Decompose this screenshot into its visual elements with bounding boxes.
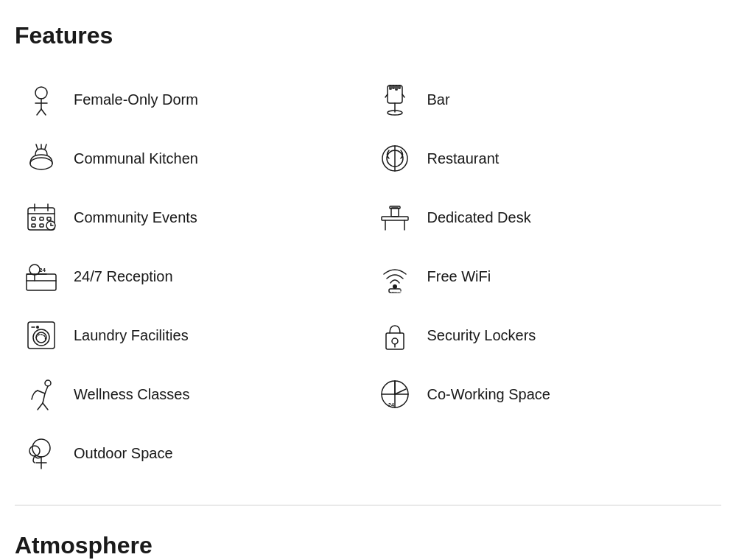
feature-item-bar: Bar [368,70,722,129]
svg-line-3 [37,109,41,115]
feature-label-communal-kitchen: Communal Kitchen [74,150,198,167]
locker-icon [376,316,414,354]
svg-line-37 [38,403,43,410]
svg-text:24: 24 [388,402,394,407]
svg-rect-44 [390,85,391,89]
kitchen-icon [22,139,60,178]
feature-label-outdoor: Outdoor Space [74,445,173,462]
feature-item-laundry: Laundry Facilities [15,306,368,365]
svg-line-8 [45,144,46,149]
feature-item-security-lockers: Security Lockers [368,306,722,365]
section-divider [15,505,721,505]
svg-line-36 [43,393,45,403]
events-icon [22,198,60,237]
svg-rect-13 [32,217,35,220]
svg-text:FREE: FREE [391,289,402,293]
wifi-icon: FREE [376,257,414,295]
svg-rect-45 [393,85,394,88]
feature-label-female-only-dorm: Female-Only Dorm [74,91,198,108]
svg-point-23 [29,265,40,275]
svg-point-65 [392,338,398,344]
outdoor-icon [22,434,60,472]
feature-item-reception: 24 24/7 Reception [15,247,368,306]
svg-rect-21 [27,274,56,290]
svg-rect-17 [40,224,43,227]
svg-rect-46 [396,85,397,90]
svg-point-39 [32,439,50,457]
svg-rect-14 [40,217,43,220]
svg-rect-28 [28,322,55,349]
svg-line-71 [395,389,406,394]
feature-item-free-wifi: FREE Free WiFi [368,247,722,306]
feature-label-restaurant: Restaurant [427,150,500,167]
feature-label-wellness: Wellness Classes [74,386,189,403]
feature-item-restaurant: Restaurant [368,129,722,188]
svg-rect-16 [32,224,35,227]
svg-rect-15 [47,217,51,220]
svg-rect-47 [399,85,400,88]
feature-item-community-events: Community Events [15,188,368,247]
svg-rect-58 [391,208,399,217]
feature-label-reception: 24/7 Reception [74,268,173,285]
svg-line-38 [43,403,48,410]
atmosphere-title: Atmosphere [15,532,721,559]
feature-label-laundry: Laundry Facilities [74,327,189,344]
feature-label-dedicated-desk: Dedicated Desk [427,209,531,226]
svg-line-34 [45,386,48,393]
wellness-icon [22,375,60,413]
feature-item-dedicated-desk: Dedicated Desk [368,188,722,247]
svg-point-5 [30,158,52,169]
female-icon [22,80,60,119]
reception-icon: 24 [22,257,60,295]
bar-icon [376,80,414,119]
feature-label-free-wifi: Free WiFi [427,268,491,285]
svg-text:24: 24 [39,267,46,273]
features-title: Features [15,22,721,49]
feature-item-coworking: 24 Co-Working Space [368,365,722,424]
svg-point-33 [45,380,51,386]
coworking-icon: 24 [376,375,414,413]
svg-line-6 [36,144,38,149]
feature-label-security-lockers: Security Lockers [427,327,536,344]
atmosphere-section: Atmosphere Relaxed Party [15,532,721,560]
features-right-col: Bar Restaurant [368,70,722,483]
feature-item-female-only-dorm: Female-Only Dorm [15,70,368,129]
feature-item-communal-kitchen: Communal Kitchen [15,129,368,188]
svg-line-35 [38,391,45,393]
desk-icon [376,198,414,237]
features-left-col: Female-Only Dorm Communal Kitchen [15,70,368,483]
features-grid: Female-Only Dorm Communal Kitchen [15,70,721,483]
svg-point-32 [36,326,39,329]
restaurant-icon [376,139,414,178]
feature-label-bar: Bar [427,91,450,108]
feature-item-wellness: Wellness Classes [15,365,368,424]
feature-item-outdoor: Outdoor Space [15,424,368,483]
svg-line-4 [41,109,46,115]
laundry-icon [22,316,60,354]
svg-point-0 [35,87,47,99]
feature-label-community-events: Community Events [74,209,197,226]
feature-label-coworking: Co-Working Space [427,386,550,403]
